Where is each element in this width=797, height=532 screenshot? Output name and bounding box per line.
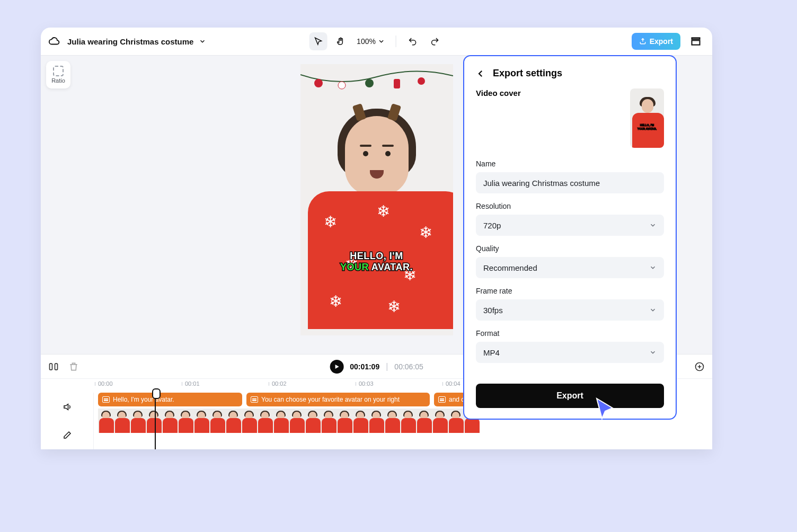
playhead[interactable] (155, 393, 156, 449)
time-separator: | (386, 362, 388, 371)
field-name: Name (476, 159, 664, 193)
top-bar: Julia wearing Christmas costume 100% (41, 28, 712, 56)
subtitle-text: Hello, I'm your avatar. (113, 396, 174, 403)
caption-overlay: HELLO, I'M YOUR AVATAR. (300, 251, 453, 273)
svg-point-2 (314, 79, 323, 87)
name-label: Name (476, 159, 664, 168)
format-value: MP4 (483, 348, 500, 357)
back-icon[interactable] (476, 69, 485, 78)
svg-rect-7 (50, 363, 52, 370)
right-tools: Export (632, 32, 705, 50)
svg-rect-8 (55, 363, 58, 370)
field-framerate: Frame rate 30fps (476, 287, 664, 321)
name-input[interactable] (476, 172, 664, 193)
cursor-icon (313, 37, 323, 46)
video-thumb (178, 409, 193, 433)
export-settings-panel: Export settings Video cover HELLO, I'M Y… (463, 55, 677, 420)
video-thumb (114, 409, 130, 433)
video-thumb (448, 409, 464, 433)
subtitle-icon (438, 396, 446, 403)
video-thumb (432, 409, 448, 433)
track-gutter (41, 393, 94, 449)
svg-point-4 (365, 79, 374, 87)
ruler-tick: 00:03 (359, 380, 374, 387)
video-thumb (98, 409, 114, 433)
video-thumb (162, 409, 178, 433)
export-icon (639, 38, 647, 45)
export-button-main[interactable]: Export (476, 384, 664, 408)
project-title-dropdown[interactable]: Julia wearing Christmas costume (67, 37, 206, 46)
framerate-label: Frame rate (476, 287, 664, 295)
svg-point-6 (418, 77, 425, 85)
zoom-in-icon[interactable] (694, 361, 705, 372)
audio-track-button[interactable] (41, 393, 93, 421)
video-thumb (193, 409, 209, 433)
canvas-tools: 100% (309, 32, 444, 50)
chevron-down-icon (649, 221, 657, 229)
split-icon[interactable] (48, 361, 59, 372)
play-button[interactable] (330, 360, 343, 374)
ruler-tick: 00:04 (446, 380, 461, 387)
subtitle-text: and c (449, 396, 464, 403)
svg-point-3 (338, 82, 346, 89)
caption-line2: YOUR AVATAR. (300, 262, 453, 273)
panels-button[interactable] (687, 32, 705, 50)
pencil-icon (63, 430, 72, 440)
undo-button[interactable] (404, 32, 422, 50)
avatar-person: ❄ ❄ ❄ ❄ ❄ ❄ ❄ (308, 116, 446, 329)
video-thumb (289, 409, 305, 433)
select-tool[interactable] (309, 32, 327, 50)
resolution-label: Resolution (476, 202, 664, 210)
play-time-group: 00:01:09 | 00:06:05 (330, 360, 423, 374)
ruler-tick: 00:01 (185, 380, 200, 387)
redo-button[interactable] (426, 32, 444, 50)
subtitle-text: You can choose your favorite avatar on y… (261, 396, 400, 403)
video-cover-row: Video cover HELLO, I'M YOUR AVATAR. (476, 88, 664, 148)
total-duration: 00:06:05 (394, 362, 423, 371)
format-label: Format (476, 329, 664, 338)
field-resolution: Resolution 720p (476, 202, 664, 236)
ratio-icon (53, 66, 64, 76)
current-time: 00:01:09 (350, 362, 379, 371)
subtitle-clip[interactable]: and c (434, 393, 466, 406)
resolution-select[interactable]: 720p (476, 215, 664, 236)
ratio-button[interactable]: Ratio (46, 61, 70, 88)
video-thumb (305, 409, 321, 433)
video-thumb (321, 409, 336, 433)
zoom-dropdown[interactable]: 100% (353, 37, 388, 46)
separator (396, 36, 396, 47)
video-thumb (416, 409, 432, 433)
chevron-down-icon (649, 349, 657, 356)
video-thumb (257, 409, 273, 433)
panel-header: Export settings (476, 68, 664, 79)
subtitle-clip[interactable]: You can choose your favorite avatar on y… (246, 393, 430, 406)
framerate-select[interactable]: 30fps (476, 299, 664, 321)
field-format: Format MP4 (476, 329, 664, 363)
trash-icon[interactable] (68, 361, 79, 372)
ruler-tick: 00:00 (98, 380, 113, 387)
caption-line1: HELLO, I'M (300, 251, 453, 262)
export-label: Export (650, 37, 673, 46)
demo-cursor-icon (594, 396, 619, 422)
video-thumb (352, 409, 368, 433)
field-quality: Quality Recommended (476, 244, 664, 278)
edit-track-button[interactable] (41, 421, 93, 450)
export-button-top[interactable]: Export (632, 33, 680, 50)
project-title: Julia wearing Christmas costume (67, 37, 193, 46)
video-preview[interactable]: ❄ ❄ ❄ ❄ ❄ ❄ ❄ HELLO, I'M YOUR AVATAR. (300, 64, 453, 335)
video-cover-label: Video cover (476, 88, 521, 97)
svg-rect-5 (394, 79, 400, 88)
format-select[interactable]: MP4 (476, 342, 664, 363)
quality-select[interactable]: Recommended (476, 257, 664, 278)
speaker-icon (63, 402, 72, 412)
video-thumb (384, 409, 400, 433)
video-thumb (209, 409, 225, 433)
ratio-label: Ratio (51, 77, 65, 84)
video-thumb (146, 409, 162, 433)
hand-icon (335, 37, 345, 46)
video-thumb (368, 409, 384, 433)
redo-icon (430, 37, 440, 46)
hand-tool[interactable] (331, 32, 349, 50)
video-cover-thumbnail[interactable]: HELLO, I'M YOUR AVATAR. (630, 88, 664, 148)
subtitle-clip[interactable]: Hello, I'm your avatar. (98, 393, 242, 406)
